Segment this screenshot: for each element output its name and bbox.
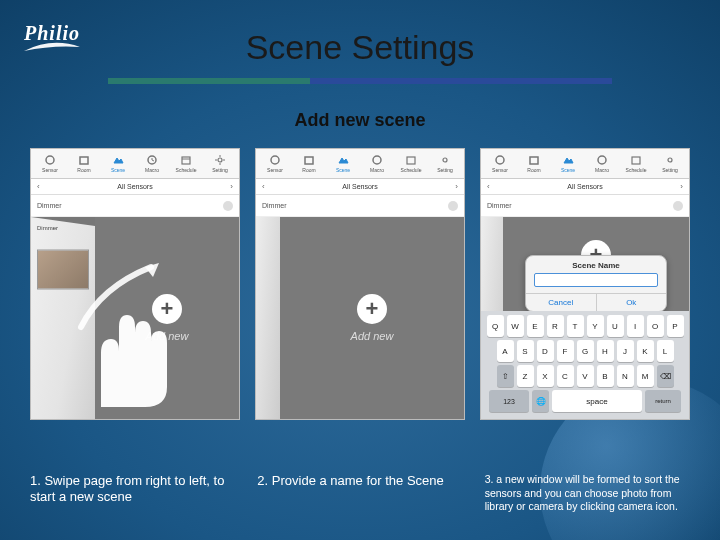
caption-1: 1. Swipe page from right to left, to sta… — [30, 473, 235, 514]
key-row-3: ⇧ Z X C V B N M ⌫ — [484, 365, 686, 387]
screenshot-1: Sensor Room Scene Macro Schedule Setting… — [30, 148, 240, 420]
key[interactable]: W — [507, 315, 524, 337]
key[interactable]: O — [647, 315, 664, 337]
tab-room[interactable]: Room — [70, 154, 98, 173]
filter-bar[interactable]: ‹ All Sensors › — [256, 179, 464, 195]
key[interactable]: Y — [587, 315, 604, 337]
numbers-key[interactable]: 123 — [489, 390, 529, 412]
chevron-right-icon: › — [230, 182, 233, 191]
svg-point-10 — [443, 158, 447, 162]
key[interactable]: G — [577, 340, 594, 362]
filter-bar[interactable]: ‹ All Sensors › — [31, 179, 239, 195]
filter-bar[interactable]: ‹ All Sensors › — [481, 179, 689, 195]
device-row[interactable]: Dimmer — [256, 195, 464, 217]
key[interactable]: E — [527, 315, 544, 337]
svg-rect-12 — [530, 157, 538, 164]
key[interactable]: Q — [487, 315, 504, 337]
key[interactable]: S — [517, 340, 534, 362]
tab-macro[interactable]: Macro — [363, 154, 391, 173]
key[interactable]: J — [617, 340, 634, 362]
svg-rect-7 — [305, 157, 313, 164]
new-scene-page[interactable]: + Add new — [280, 217, 464, 419]
tab-macro[interactable]: Macro — [138, 154, 166, 173]
tab-scene-label: Scene — [111, 167, 125, 173]
chevron-left-icon: ‹ — [262, 182, 265, 191]
tab-room[interactable]: Room — [520, 154, 548, 173]
tab-scene[interactable]: Scene — [329, 154, 357, 173]
ok-button[interactable]: Ok — [597, 294, 667, 311]
screenshot-row: Sensor Room Scene Macro Schedule Setting… — [30, 148, 690, 420]
key[interactable]: K — [637, 340, 654, 362]
app-toolbar: Sensor Room Scene Macro Schedule Setting — [256, 149, 464, 179]
key[interactable]: N — [617, 365, 634, 387]
tab-schedule[interactable]: Schedule — [622, 154, 650, 173]
key[interactable]: U — [607, 315, 624, 337]
svg-point-11 — [496, 156, 504, 164]
backspace-key[interactable]: ⌫ — [657, 365, 674, 387]
onscreen-keyboard[interactable]: Q W E R T Y U I O P A S D F G H — [481, 311, 689, 419]
space-key[interactable]: space — [552, 390, 642, 412]
scene-panel[interactable]: Dimmer + Add new — [31, 217, 239, 419]
svg-point-8 — [373, 156, 381, 164]
tab-sensor[interactable]: Sensor — [261, 154, 289, 173]
globe-key[interactable]: 🌐 — [532, 390, 549, 412]
tab-scene[interactable]: Scene — [554, 154, 582, 173]
key[interactable]: L — [657, 340, 674, 362]
key[interactable]: T — [567, 315, 584, 337]
tab-room[interactable]: Room — [295, 154, 323, 173]
tab-setting[interactable]: Setting — [206, 154, 234, 173]
key[interactable]: M — [637, 365, 654, 387]
key[interactable]: V — [577, 365, 594, 387]
tab-setting[interactable]: Setting — [431, 154, 459, 173]
key[interactable]: I — [627, 315, 644, 337]
device-row[interactable]: Dimmer — [481, 195, 689, 217]
dialog-title: Scene Name — [526, 256, 666, 273]
previous-page-sliver — [256, 217, 280, 419]
key[interactable]: F — [557, 340, 574, 362]
return-key[interactable]: return — [645, 390, 681, 412]
scene-name-dialog: Scene Name Cancel Ok — [525, 255, 667, 312]
shift-key[interactable]: ⇧ — [497, 365, 514, 387]
app-toolbar: Sensor Room Scene Macro Schedule Setting — [481, 149, 689, 179]
tab-scene[interactable]: Scene — [104, 154, 132, 173]
tab-schedule[interactable]: Schedule — [172, 154, 200, 173]
key[interactable]: R — [547, 315, 564, 337]
chevron-right-icon: › — [455, 182, 458, 191]
tab-sensor-label: Sensor — [42, 167, 58, 173]
key[interactable]: D — [537, 340, 554, 362]
device-row-title: Dimmer — [37, 202, 62, 209]
scene-name-input[interactable] — [534, 273, 658, 287]
scene-panel[interactable]: + Add new — [256, 217, 464, 419]
tab-schedule[interactable]: Schedule — [397, 154, 425, 173]
key-row-1: Q W E R T Y U I O P — [484, 315, 686, 337]
device-row[interactable]: Dimmer — [31, 195, 239, 217]
tab-macro-label: Macro — [145, 167, 159, 173]
svg-rect-14 — [632, 157, 640, 164]
key[interactable]: P — [667, 315, 684, 337]
svg-rect-1 — [80, 157, 88, 164]
caption-3: 3. a new window will be formed to sort t… — [485, 473, 690, 514]
app-toolbar: Sensor Room Scene Macro Schedule Setting — [31, 149, 239, 179]
tab-sensor[interactable]: Sensor — [36, 154, 64, 173]
tab-setting[interactable]: Setting — [656, 154, 684, 173]
cancel-button[interactable]: Cancel — [526, 294, 597, 311]
tab-setting-label: Setting — [212, 167, 228, 173]
tab-room-label: Room — [77, 167, 90, 173]
key[interactable]: X — [537, 365, 554, 387]
screenshot-2: Sensor Room Scene Macro Schedule Setting… — [255, 148, 465, 420]
svg-rect-9 — [407, 157, 415, 164]
key[interactable]: B — [597, 365, 614, 387]
key[interactable]: H — [597, 340, 614, 362]
key[interactable]: Z — [517, 365, 534, 387]
svg-point-13 — [598, 156, 606, 164]
key[interactable]: C — [557, 365, 574, 387]
tab-schedule-label: Schedule — [176, 167, 197, 173]
device-row-indicator — [223, 201, 233, 211]
page-title: Scene Settings — [0, 28, 720, 67]
tab-sensor[interactable]: Sensor — [486, 154, 514, 173]
tab-macro[interactable]: Macro — [588, 154, 616, 173]
key[interactable]: A — [497, 340, 514, 362]
key-row-4: 123 🌐 space return — [484, 390, 686, 412]
add-icon[interactable]: + — [357, 294, 387, 324]
key-row-2: A S D F G H J K L — [484, 340, 686, 362]
